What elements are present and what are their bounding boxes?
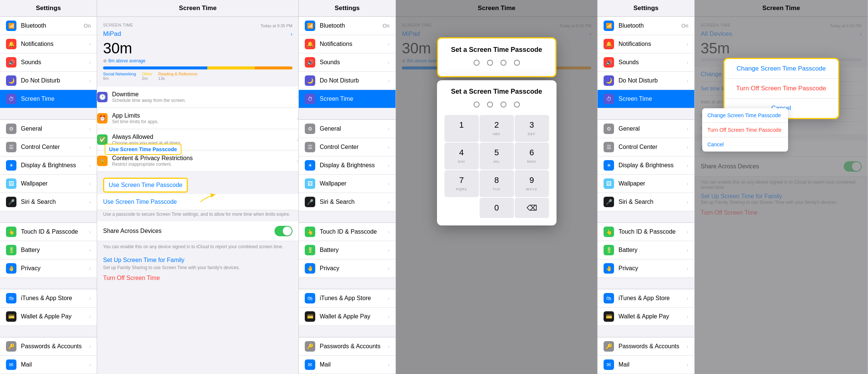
sidebar-item-siri-2[interactable]: 🎤 Siri & Search ›	[299, 193, 396, 211]
sidebar-item-sounds-3[interactable]: 🔊 Sounds ›	[598, 53, 694, 72]
numpad-2[interactable]: 2 ABC	[480, 115, 514, 142]
sidebar-item-privacy-2[interactable]: 🤚 Privacy ›	[299, 259, 396, 278]
turnoff-screentime[interactable]: Turn Off Screen Time	[103, 270, 292, 286]
dot-1b	[474, 102, 480, 107]
sidebar-item-screentime-2[interactable]: ⏱ Screen Time	[299, 90, 396, 108]
numpad-9[interactable]: 9 WXYZ	[515, 170, 549, 197]
sidebar-item-display-2[interactable]: ☀ Display & Brightness ›	[299, 156, 396, 175]
chevron-icon: ›	[388, 162, 390, 168]
st-header-row: SCREEN TIME Today at 9:35 PM	[103, 23, 292, 29]
sidebar-item-screentime-3[interactable]: ⏱ Screen Time	[598, 90, 694, 108]
sidebar-item-sounds[interactable]: 🔊 Sounds ›	[0, 53, 97, 72]
sidebar-item-wallet-2[interactable]: 💳 Wallet & Apple Pay ›	[299, 308, 396, 326]
st-device-row[interactable]: MiPad ›	[103, 30, 292, 38]
sidebar-item-itunes[interactable]: 🛍 iTunes & App Store ›	[0, 289, 97, 308]
numpad-1[interactable]: 1	[444, 115, 479, 142]
sidebar-item-wallpaper-3[interactable]: 🖼 Wallpaper ›	[598, 175, 694, 193]
sidebar-item-itunes-3[interactable]: 🛍 iTunes & App Store ›	[598, 289, 694, 308]
bluetooth-row-2[interactable]: 📶 Bluetooth On	[299, 17, 396, 35]
sidebar-item-notifications-2[interactable]: 🔔 Notifications ›	[299, 35, 396, 53]
sidebar-item-battery-3[interactable]: 🔋 Battery ›	[598, 241, 694, 259]
sidebar-item-siri-3[interactable]: 🎤 Siri & Search ›	[598, 193, 694, 211]
sidebar-item-cc-3[interactable]: ☰ Control Center ›	[598, 138, 694, 156]
bluetooth-value-2: On	[382, 23, 390, 29]
sidebar-item-general-2[interactable]: ⚙ General ›	[299, 119, 396, 138]
sidebar-item-cc-2[interactable]: ☰ Control Center ›	[299, 138, 396, 156]
share-label: Share Across Devices	[103, 228, 162, 234]
share-across-row[interactable]: Share Across Devices	[97, 221, 298, 241]
action-turnoff-passcode[interactable]: Turn Off Screen Time Passcode	[725, 79, 838, 99]
sidebar-item-general[interactable]: ⚙ General ›	[0, 119, 97, 138]
sidebar-item-donotdisturb[interactable]: 🌙 Do Not Disturb ›	[0, 72, 97, 90]
numpad-0[interactable]: 0	[480, 198, 514, 218]
sidebar-item-mail[interactable]: ✉ Mail ›	[0, 356, 97, 374]
action-change-passcode[interactable]: Change Screen Time Passcode	[725, 59, 838, 79]
sidebar-item-privacy[interactable]: 🤚 Privacy ›	[0, 259, 97, 278]
panel3-settings: Settings 📶 Bluetooth On 🔔 Notifications …	[598, 0, 695, 374]
dropdown-cancel[interactable]: Cancel	[702, 137, 788, 152]
st-row-downtime[interactable]: 🕐 Downtime Schedule time away from the s…	[97, 87, 298, 108]
chevron-icon: ›	[686, 199, 688, 205]
alwaysallowed-icon: ✅	[97, 134, 108, 145]
sidebar-item-passwords-2[interactable]: 🔑 Passwords & Accounts ›	[299, 337, 396, 356]
use-passcode-row[interactable]: Use Screen Time Passcode	[97, 194, 298, 210]
sidebar-item-siri[interactable]: 🎤 Siri & Search ›	[0, 193, 97, 211]
numpad-backspace[interactable]: ⌫	[515, 198, 549, 218]
sidebar-item-notifications[interactable]: 🔔 Notifications ›	[0, 35, 97, 53]
chevron-icon: ›	[686, 162, 688, 168]
sidebar-item-itunes-2[interactable]: 🛍 iTunes & App Store ›	[299, 289, 396, 308]
dropdown-change[interactable]: Change Screen Time Passcode	[702, 108, 788, 123]
panel1-settings: Settings 📶 Bluetooth On 🔔 Notifications …	[0, 0, 97, 374]
sidebar-item-wallet-3[interactable]: 💳 Wallet & Apple Pay ›	[598, 308, 694, 326]
sidebar-item-general-3[interactable]: ⚙ General ›	[598, 119, 694, 138]
sidebar-item-dnd-2[interactable]: 🌙 Do Not Disturb ›	[299, 72, 396, 90]
sidebar-item-controlcenter[interactable]: ☰ Control Center ›	[0, 138, 97, 156]
dropdown-turnoff[interactable]: Turn Off Screen Time Passcode	[702, 123, 788, 137]
bluetooth-row-3[interactable]: 📶 Bluetooth On	[598, 17, 694, 35]
privacy-label-2: Privacy	[320, 265, 388, 272]
sidebar-item-sounds-2[interactable]: 🔊 Sounds ›	[299, 53, 396, 72]
sidebar-item-touchid[interactable]: 👆 Touch ID & Passcode ›	[0, 222, 97, 241]
section-gap	[299, 108, 396, 119]
applimits-title: App Limits	[112, 112, 297, 119]
sidebar-item-wallpaper[interactable]: 🖼 Wallpaper ›	[0, 175, 97, 193]
settings-header-2: Settings	[299, 0, 396, 17]
numpad-7[interactable]: 7 PQRS	[444, 170, 479, 197]
battery-icon: 🔋	[6, 245, 16, 255]
sidebar-item-wallpaper-2[interactable]: 🖼 Wallpaper ›	[299, 175, 396, 193]
sidebar-item-touchid-2[interactable]: 👆 Touch ID & Passcode ›	[299, 222, 396, 241]
sidebar-item-privacy-3[interactable]: 🤚 Privacy ›	[598, 259, 694, 278]
sidebar-item-display[interactable]: ☀ Display & Brightness ›	[0, 156, 97, 175]
bluetooth-row[interactable]: 📶 Bluetooth On	[0, 17, 97, 35]
dnd-label-2: Do Not Disturb	[320, 77, 388, 84]
numpad-6[interactable]: 6 MNO	[515, 143, 549, 169]
sidebar-item-battery-2[interactable]: 🔋 Battery ›	[299, 241, 396, 259]
sidebar-item-touchid-3[interactable]: 👆 Touch ID & Passcode ›	[598, 222, 694, 241]
numpad-5[interactable]: 5 JKL	[480, 143, 514, 169]
sidebar-item-mail-3[interactable]: ✉ Mail ›	[598, 356, 694, 374]
numpad-4[interactable]: 4 GHI	[444, 143, 479, 169]
cc-label-2: Control Center	[320, 144, 388, 150]
numpad-8[interactable]: 8 TUV	[480, 170, 514, 197]
share-toggle[interactable]	[275, 226, 292, 236]
family-section: Set Up Screen Time for Family Set up Fam…	[103, 255, 292, 270]
sidebar-item-battery[interactable]: 🔋 Battery ›	[0, 241, 97, 259]
wallpaper-label: Wallpaper	[21, 180, 89, 187]
general-label-3: General	[619, 125, 686, 132]
sidebar-item-passwords-3[interactable]: 🔑 Passwords & Accounts ›	[598, 337, 694, 356]
sidebar-item-screentime[interactable]: ⏱ Screen Time	[0, 90, 97, 108]
wallet-icon: 💳	[6, 311, 16, 322]
chevron-icon: ›	[686, 247, 688, 253]
sidebar-item-dnd-3[interactable]: 🌙 Do Not Disturb ›	[598, 72, 694, 90]
st-row-applimits[interactable]: ⏰ App Limits Set time limits for apps. ›	[97, 108, 298, 129]
sidebar-item-wallet[interactable]: 💳 Wallet & Apple Pay ›	[0, 308, 97, 326]
sidebar-item-mail-2[interactable]: ✉ Mail ›	[299, 356, 396, 374]
numpad-3[interactable]: 3 DEF	[515, 115, 549, 142]
sidebar-item-notifications-3[interactable]: 🔔 Notifications ›	[598, 35, 694, 53]
chevron-icon: ›	[388, 314, 390, 320]
mail-label-3: Mail	[619, 361, 686, 368]
setup-family-link[interactable]: Set Up Screen Time for Family	[103, 255, 292, 265]
use-passcode-link[interactable]: Use Screen Time Passcode	[109, 182, 182, 188]
sidebar-item-passwords[interactable]: 🔑 Passwords & Accounts ›	[0, 337, 97, 356]
sidebar-item-display-3[interactable]: ☀ Display & Brightness ›	[598, 156, 694, 175]
